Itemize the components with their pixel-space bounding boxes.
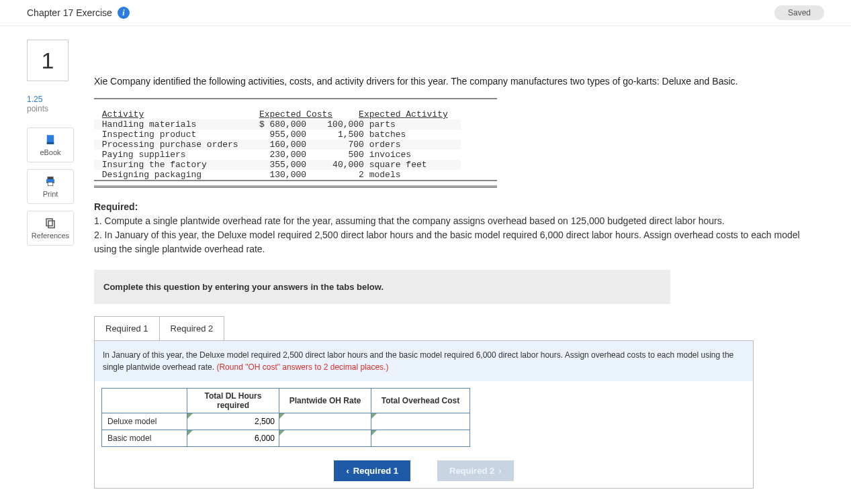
basic-rate-input[interactable] (285, 433, 368, 444)
problem-intro: Xie Company identified the following act… (94, 74, 824, 89)
answer-input-table: Total DL Hours required Plantwide OH Rat… (101, 388, 470, 447)
col-total-oh: Total Overhead Cost (371, 389, 470, 413)
copy-icon (44, 217, 56, 229)
points-value: 1.25 (27, 95, 81, 104)
svg-rect-2 (48, 177, 54, 179)
print-label: Print (43, 190, 58, 198)
tab-required-2[interactable]: Required 2 (160, 316, 225, 341)
info-icon[interactable]: i (118, 7, 130, 19)
required-2-text: 2. In January of this year, the Deluxe m… (94, 230, 800, 254)
answer-tabs: Required 1 Required 2 (94, 316, 824, 341)
row-deluxe-label: Deluxe model (102, 413, 187, 430)
top-bar: Chapter 17 Exercise i Saved (0, 0, 851, 26)
chevron-left-icon: ‹ (346, 466, 349, 476)
svg-rect-6 (48, 221, 54, 228)
points-label: points (27, 104, 81, 113)
basic-dl-input[interactable] (193, 433, 276, 444)
print-icon (44, 175, 56, 187)
prev-required-button[interactable]: ‹ Required 1 (334, 460, 410, 481)
points-display: 1.25 points (27, 95, 81, 114)
next-required-button: Required 2 › (437, 460, 514, 481)
required-heading: Required: (94, 201, 138, 212)
saved-badge: Saved (774, 5, 824, 20)
rounding-hint: (Round "OH cost" answers to 2 decimal pl… (216, 362, 388, 372)
col-oh-rate: Plantwide OH Rate (279, 389, 371, 413)
svg-rect-4 (48, 182, 53, 185)
tab-panel-required-2: In January of this year, the Deluxe mode… (94, 340, 754, 489)
instruction-banner: Complete this question by entering your … (94, 270, 670, 304)
col-dl-hours: Total DL Hours required (187, 389, 279, 413)
references-button[interactable]: References (27, 211, 74, 246)
scrollbar-track[interactable] (94, 185, 497, 188)
ebook-button[interactable]: eBook (27, 128, 74, 162)
requirements-block: Required: 1. Compute a single plantwide … (94, 200, 824, 256)
tab-description: In January of this year, the Deluxe mode… (95, 341, 753, 381)
col-blank (102, 389, 187, 413)
required-1-text: 1. Compute a single plantwide overhead r… (94, 215, 725, 226)
row-basic-label: Basic model (102, 430, 187, 447)
deluxe-rate-input[interactable] (285, 416, 368, 427)
basic-total-input[interactable] (377, 433, 467, 444)
svg-rect-1 (47, 142, 54, 144)
ebook-label: eBook (40, 148, 60, 156)
book-icon (44, 134, 56, 146)
references-label: References (32, 232, 69, 240)
print-button[interactable]: Print (27, 169, 74, 204)
deluxe-dl-input[interactable] (193, 416, 276, 427)
tab-required-1[interactable]: Required 1 (94, 316, 160, 341)
question-number: 1 (27, 40, 69, 81)
page-title: Chapter 17 Exercise (27, 7, 112, 18)
svg-rect-5 (46, 219, 52, 226)
activity-cost-table: Activity Expected Costs Expected Activit… (94, 98, 824, 188)
deluxe-total-input[interactable] (377, 416, 467, 427)
chevron-right-icon: › (498, 466, 501, 476)
